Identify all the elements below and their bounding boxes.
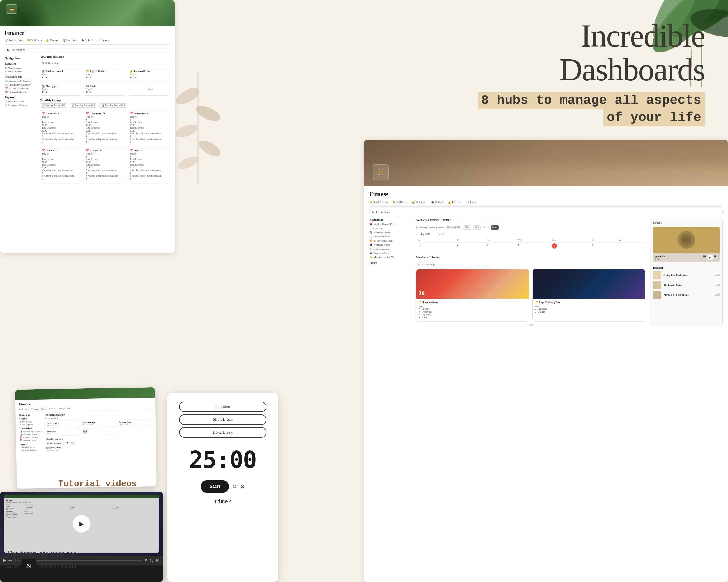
finance-panel: 💳 Finance 🌱Productivity 🍀Wellness 💪Fitne… [0, 0, 175, 253]
filter-button[interactable]: Filter [463, 225, 471, 230]
fitness-nav-tabs: 🌱Productivity 🍀Wellness 🌿Nutrition 🎓Scho… [369, 201, 723, 206]
workout-tags-2: Legs ✗ Leg press ✗ Deadlift [535, 305, 643, 313]
mini-accounts-grid: Bank Name 1Total #: $0.00 Digital Wallet… [46, 419, 152, 436]
expenses-calendar[interactable]: 📅 Expenses Calendar [5, 87, 34, 90]
nav-progress-photos[interactable]: 📷 Progress Photos [369, 251, 408, 254]
spotify-track-3[interactable]: Merry-Go-Round of Lif... 2:05 [653, 291, 720, 299]
long-break-tab[interactable]: Long Break [179, 427, 266, 438]
tab-productivity[interactable]: 🌱Productivity [5, 39, 23, 42]
account-digital-wallet: 💳 Digital Wallet Total #: $0.00 [84, 68, 126, 81]
timer-panel: Pomodoro Short Break Long Break 25:00 St… [167, 393, 278, 582]
gallery-view-btn[interactable]: ⊞ Gallery view [40, 61, 61, 65]
notion-logo-badge: N [22, 559, 36, 573]
recap-tabs: 📊 Monthly Recap 2023 📊 Monthly Recap 202… [40, 103, 170, 108]
planner-header: Weekly Fitness Planner [416, 218, 645, 222]
new-button[interactable]: New [491, 225, 498, 230]
spotify-album-art [653, 227, 720, 253]
cal-day-5[interactable]: 5 [551, 243, 591, 251]
settings-icon[interactable]: ⚙ [240, 483, 245, 490]
fitness-body: Navigation 📅 Weekly Fitness Plan... ⊙ Ex… [369, 218, 723, 326]
start-button[interactable]: Start [201, 480, 229, 493]
skip-forward-icon[interactable]: ⏭ [714, 255, 717, 260]
income-calendar[interactable]: 📅 Income Calendar [5, 91, 34, 94]
fitness-tab-wellness[interactable]: 🍀Wellness [392, 201, 407, 204]
wallet-icon: 💳 [6, 4, 18, 14]
new-workout-btn[interactable]: + New [416, 323, 645, 326]
recap-tab-2023[interactable]: 📊 Monthly Recap 2023 [40, 103, 67, 108]
timer-display: 25:00 [189, 446, 257, 473]
spotify-play-button[interactable]: ▶ [707, 255, 713, 260]
new-income-item[interactable]: ⊕ New Income [5, 66, 34, 69]
stem-decoration-icon [172, 73, 224, 183]
expenses-by-category[interactable]: 📊 Expenses By Category [5, 79, 34, 82]
nav-weekly-plan[interactable]: 📅 Weekly Fitness Plan... [369, 223, 408, 226]
workout-info-1: 🦵 Legs training Legs ✗ Deadlift ✗ Front … [416, 299, 529, 321]
search-icon[interactable]: 🔍 [483, 226, 486, 229]
accounts-balance-link[interactable]: ⊙ Accounts Balance [5, 104, 34, 107]
fitness-tab-productivity[interactable]: 🌱Productivity [369, 201, 388, 204]
monthly-recap-link[interactable]: ⊙ Monthly Recap [5, 100, 34, 103]
income-by-category[interactable]: 📊 Income By Category [5, 83, 34, 86]
workout-name-1: 🦵 Legs training [419, 301, 527, 304]
workout-tags-1: Legs ✗ Deadlift ✗ Front Squat ✗ Leg pres… [419, 305, 527, 319]
skip-back-icon[interactable]: ⏮ [703, 255, 706, 260]
nav-30-days[interactable]: 🔥 30 days challenge [369, 239, 408, 242]
fitness-instructions[interactable]: ▶Instructions [369, 209, 723, 215]
video-play-button[interactable]: ▶ [73, 515, 90, 532]
account-new[interactable]: + New [128, 83, 170, 96]
short-break-tab[interactable]: Short Break [179, 414, 266, 425]
reset-icon[interactable]: ↺ [232, 483, 237, 490]
cal-header-tue: Tue [486, 238, 516, 243]
nav-workout-library[interactable]: 📚 Workout Library [369, 231, 408, 234]
bottom-text-section: The template uses the new N notion tools [0, 548, 163, 573]
instructions-row[interactable]: ▶Instructions [5, 47, 170, 53]
nav-gym-equipment[interactable]: ⚙ Gym Equipment [369, 247, 408, 250]
account-mortgage: 🏠 Mortgage Total #: $0.00 [40, 83, 82, 96]
spotify-track-2[interactable]: The Empty Bucket 1:20 [653, 281, 720, 289]
calendar-nav: ‹ May 2023 › Today [416, 232, 645, 236]
nav-measurement[interactable]: 📏 Measurement & Wei... [369, 255, 408, 258]
tab-fitness[interactable]: 💪Fitness [46, 39, 58, 42]
tab-index[interactable]: 📑Index [97, 39, 108, 42]
main-headline: Incredible Dashboards [387, 19, 705, 86]
nav-fitness-tracker[interactable]: 📊 Fitness Tracker [369, 235, 408, 238]
recap-tab-2023b[interactable]: 📊 Monthly Recap 2023 [99, 103, 127, 108]
spotify-track-1[interactable]: Spring Day (Orchestra... 4:49 [653, 271, 720, 279]
tab-school[interactable]: 🎓School [81, 39, 93, 42]
svg-point-16 [176, 154, 200, 172]
recap-tab-2024[interactable]: 📊 Monthly Recap 2024 [70, 103, 97, 108]
tab-nutrition[interactable]: 🌿Nutrition [62, 39, 77, 42]
fitness-tab-nutrition[interactable]: 🌿Nutrition [412, 201, 426, 204]
today-button[interactable]: Today [436, 232, 446, 236]
cal-header-sat: Sat [617, 238, 645, 243]
fitness-tab-school[interactable]: 🎓School [431, 201, 443, 204]
cal-day-6[interactable]: 6 [591, 243, 617, 251]
workout-thumbnail-1: 20 [416, 270, 529, 299]
cal-day-1[interactable]: 1 [416, 243, 456, 251]
cal-day-4[interactable]: 4 [516, 243, 551, 251]
workout-library-title: Workout Library [416, 255, 645, 259]
pomodoro-tab[interactable]: Pomodoro [179, 401, 266, 412]
fitness-tab-index[interactable]: 📑Index [466, 201, 476, 204]
tab-wellness[interactable]: 🍀Wellness [27, 39, 42, 42]
fitness-header-image: 🏋 [364, 140, 728, 186]
monthly-recap-title: Monthly Recap [40, 98, 170, 102]
cal-day-7[interactable]: 7 [617, 243, 645, 251]
track-name-1: Spring Day (Orchestra... [664, 274, 713, 276]
nav-exercices[interactable]: ⊙ Exercices [369, 227, 408, 230]
sort-button[interactable]: Sort [473, 225, 480, 230]
more-options-icon[interactable]: ··· [487, 226, 489, 229]
workout-grid: 20 🦵 Legs training Legs ✗ Deadlift ✗ Fro… [416, 269, 645, 322]
fitness-panel: 🏋 Fitness 🌱Productivity 🍀Wellness 🌿Nutri… [364, 140, 728, 582]
cal-day-3[interactable]: 3 [486, 243, 516, 251]
cal-day-2[interactable]: 2 [456, 243, 486, 251]
fitness-tab-finance[interactable]: 💰Finance [448, 201, 461, 204]
prev-month-button[interactable]: ‹ [416, 232, 417, 236]
nav-workout-videos[interactable]: 🎬 Workout videos [369, 243, 408, 246]
accounts-grid: 🏦 Bank account 1 Total #: $0.00 💳 Digita… [40, 68, 170, 96]
recap-jul23: 📅 July 23 Total #: 0 Total Income $0.00 … [128, 147, 170, 182]
all-trainings-button[interactable]: ⊞ All trainings [416, 262, 437, 267]
next-month-button[interactable]: › [433, 232, 434, 236]
new-expense-item[interactable]: ⊕ New Expense [5, 70, 34, 73]
tutorial-label: Tutorial videos [58, 479, 137, 489]
